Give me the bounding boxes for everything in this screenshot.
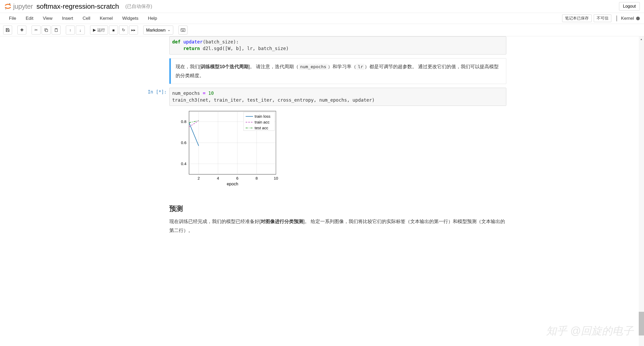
stop-icon: ■ <box>112 28 115 32</box>
arrow-up-icon: ↑ <box>69 28 71 32</box>
svg-text:0.6: 0.6 <box>181 140 186 145</box>
code-cell[interactable]: def updater(batch_size): return d2l.sgd(… <box>138 36 506 55</box>
cut-button[interactable]: ✂ <box>32 26 41 34</box>
autosave-status: (已自动保存) <box>125 3 152 9</box>
training-chart: 2468100.40.60.8epochtrain losstrain acct… <box>175 108 280 187</box>
arrow-down-icon: ↓ <box>79 28 81 32</box>
add-cell-button[interactable]: ✚ <box>17 26 26 34</box>
code-input[interactable]: num_epochs = 10 train_ch3(net, train_ite… <box>169 88 506 106</box>
notebook: def updater(batch_size): return d2l.sgd(… <box>127 36 517 248</box>
svg-text:0.8: 0.8 <box>181 119 186 124</box>
jupyter-logo[interactable]: jupyter <box>4 2 33 11</box>
fast-forward-icon: ▸▸ <box>131 28 136 32</box>
code-cell[interactable]: In [*]: num_epochs = 10 train_ch3(net, t… <box>138 88 506 188</box>
paste-icon <box>54 28 58 32</box>
svg-rect-8 <box>182 29 183 29</box>
svg-rect-6 <box>181 28 185 32</box>
menu-edit[interactable]: Edit <box>21 13 38 24</box>
trust-status[interactable]: 不可信 <box>594 14 611 22</box>
svg-text:train loss: train loss <box>255 114 270 118</box>
prompt <box>138 196 169 235</box>
cut-icon: ✂ <box>34 28 38 32</box>
kernel-indicator-icon <box>636 17 640 20</box>
svg-text:test acc: test acc <box>255 126 268 130</box>
menu-help[interactable]: Help <box>143 13 162 24</box>
copy-icon <box>44 28 48 32</box>
svg-text:10: 10 <box>274 176 278 180</box>
save-status[interactable]: 笔记本已保存 <box>562 14 592 22</box>
menu-kernel[interactable]: Kernel <box>95 13 117 24</box>
svg-rect-5 <box>55 28 57 29</box>
menu-view[interactable]: View <box>38 13 57 24</box>
menu-cell[interactable]: Cell <box>78 13 95 24</box>
markdown-text: 现在训练已经完成，我们的模型已经准备好[对图像进行分类预测]。 给定一系列图像，… <box>169 217 506 235</box>
paste-button[interactable] <box>52 26 61 34</box>
kernel-label: Kernel <box>621 16 634 21</box>
svg-text:epoch: epoch <box>227 182 238 186</box>
svg-rect-11 <box>182 31 184 31</box>
restart-icon: ↻ <box>122 28 125 32</box>
keyboard-icon <box>181 28 185 32</box>
command-palette-button[interactable] <box>179 26 187 34</box>
svg-rect-10 <box>184 29 184 29</box>
jupyter-icon <box>4 3 12 10</box>
play-icon: ▶ <box>93 28 96 32</box>
scrollbar[interactable]: ▴ <box>639 36 644 248</box>
svg-text:2: 2 <box>197 176 200 180</box>
copy-button[interactable] <box>42 26 51 34</box>
scroll-up-icon[interactable]: ▴ <box>639 36 644 42</box>
svg-text:0.4: 0.4 <box>181 161 186 166</box>
svg-rect-7 <box>181 29 182 29</box>
move-up-button[interactable]: ↑ <box>66 26 75 34</box>
svg-rect-3 <box>45 29 47 31</box>
svg-text:4: 4 <box>217 176 219 180</box>
svg-text:train acc: train acc <box>255 120 270 124</box>
menu-widgets[interactable]: Widgets <box>117 13 143 24</box>
menu-insert[interactable]: Insert <box>57 13 78 24</box>
markdown-cell[interactable]: 现在，我们[训练模型10个迭代周期]。 请注意，迭代周期（num_epochs）… <box>138 58 506 84</box>
svg-point-1 <box>5 8 6 9</box>
run-button[interactable]: ▶运行 <box>90 26 108 34</box>
cell-type-select[interactable]: Markdown <box>143 26 173 34</box>
svg-rect-9 <box>183 29 184 29</box>
prompt <box>138 58 169 84</box>
prompt <box>138 36 169 55</box>
markdown-cell[interactable]: 预测 现在训练已经完成，我们的模型已经准备好[对图像进行分类预测]。 给定一系列… <box>138 196 506 235</box>
menu-file[interactable]: File <box>4 13 21 24</box>
restart-button[interactable]: ↻ <box>119 26 128 34</box>
menubar: FileEditViewInsertCellKernelWidgetsHelp … <box>0 13 644 24</box>
svg-text:8: 8 <box>255 176 257 180</box>
notebook-name[interactable]: softmax-regression-scratch <box>37 2 119 11</box>
toolbar: ✚ ✂ ↑ ↓ ▶运行 ■ ↻ ▸▸ Markdown <box>0 24 644 36</box>
svg-text:6: 6 <box>236 176 238 180</box>
plus-icon: ✚ <box>20 28 24 32</box>
markdown-content[interactable]: 现在，我们[训练模型10个迭代周期]。 请注意，迭代周期（num_epochs）… <box>169 58 506 84</box>
logout-button[interactable]: Logout <box>619 2 640 11</box>
prompt-running: In [*]: <box>138 88 169 188</box>
kernel-status: Kernel <box>617 16 640 21</box>
heading-prediction: 预测 <box>169 204 506 213</box>
code-input[interactable]: def updater(batch_size): return d2l.sgd(… <box>169 36 506 55</box>
move-down-button[interactable]: ↓ <box>76 26 85 34</box>
save-icon <box>6 28 10 32</box>
save-button[interactable] <box>3 26 12 34</box>
output-area: 2468100.40.60.8epochtrain losstrain acct… <box>169 106 506 188</box>
header: jupyter softmax-regression-scratch (已自动保… <box>0 0 644 13</box>
logo-text: jupyter <box>13 2 33 11</box>
interrupt-button[interactable]: ■ <box>109 26 118 34</box>
run-all-button[interactable]: ▸▸ <box>129 26 138 34</box>
